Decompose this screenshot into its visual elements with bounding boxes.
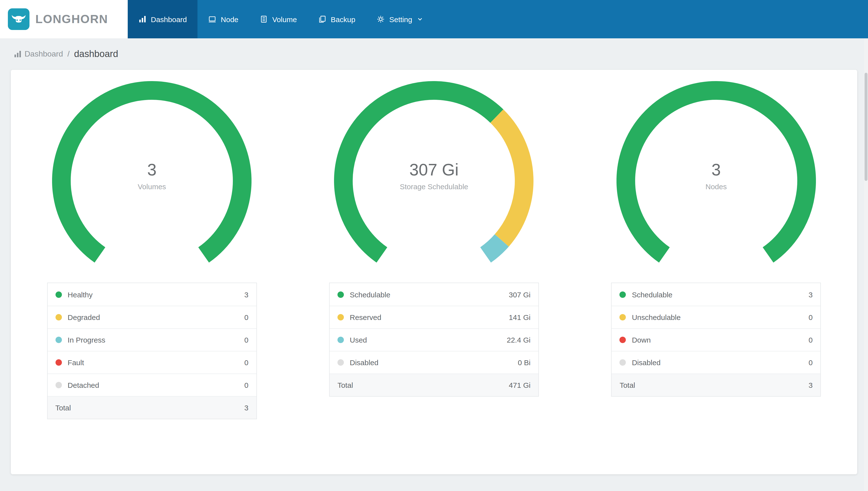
top-navbar: LONGHORN DashboardNodeVolumeBackupSettin…	[0, 0, 868, 38]
legend-value: 0	[809, 313, 813, 321]
node-icon	[209, 15, 216, 23]
backup-icon	[318, 15, 327, 23]
gauge-section: 3 Volumes Healthy 3 Degraded 0 In Progre…	[11, 81, 293, 474]
scrollbar-track	[864, 38, 868, 491]
gauge-arc	[52, 81, 251, 281]
legend-row: Reserved 141 Gi	[330, 306, 538, 328]
legend-label: Healthy	[67, 290, 93, 298]
legend-color-dot	[55, 291, 62, 297]
legend-table: Healthy 3 Degraded 0 In Progress 0 Fault…	[47, 283, 257, 419]
legend-rows: Healthy 3 Degraded 0 In Progress 0 Fault…	[48, 283, 256, 396]
legend-color-dot	[620, 314, 626, 320]
legend-label: In Progress	[67, 336, 105, 344]
legend-label: Disabled	[632, 358, 661, 367]
legend-label: Reserved	[350, 313, 381, 321]
breadcrumb: Dashboard / dashboard	[0, 38, 868, 70]
legend-label: Degraded	[67, 313, 100, 321]
legend-value: 0	[244, 381, 249, 389]
tab-volume[interactable]: Volume	[249, 0, 308, 38]
legend-label: Fault	[67, 358, 84, 367]
tab-label: Setting	[389, 15, 412, 23]
dashboard-card: 3 Volumes Healthy 3 Degraded 0 In Progre…	[11, 70, 857, 474]
main-nav: DashboardNodeVolumeBackupSetting	[128, 0, 434, 38]
tab-label: Node	[221, 15, 239, 23]
tab-label: Volume	[272, 15, 297, 23]
gauge-section: 3 Nodes Schedulable 3 Unschedulable 0 Do…	[575, 81, 857, 474]
tab-setting[interactable]: Setting	[366, 0, 434, 38]
gear-icon	[377, 15, 385, 23]
legend-row: In Progress 0	[48, 328, 256, 351]
donut-gauge: 3 Volumes	[52, 81, 251, 281]
legend-color-dot	[620, 359, 626, 366]
bar-chart-icon	[14, 50, 22, 58]
legend-value: 141 Gi	[509, 313, 530, 321]
legend-row: Healthy 3	[48, 283, 256, 306]
legend-table: Schedulable 307 Gi Reserved 141 Gi Used …	[329, 283, 539, 397]
legend-total-value: 471 Gi	[509, 381, 530, 389]
longhorn-app: LONGHORN DashboardNodeVolumeBackupSettin…	[0, 0, 868, 491]
tab-node[interactable]: Node	[198, 0, 249, 38]
chevron-down-icon	[417, 16, 423, 22]
page-title: dashboard	[74, 49, 118, 59]
legend-color-dot	[55, 337, 62, 343]
tab-dashboard[interactable]: Dashboard	[128, 0, 198, 38]
legend-value: 0	[809, 358, 813, 367]
legend-rows: Schedulable 307 Gi Reserved 141 Gi Used …	[330, 283, 538, 374]
volume-icon	[260, 15, 268, 23]
legend-total-label: Total	[55, 404, 71, 412]
legend-value: 0	[244, 358, 249, 367]
legend-total-label: Total	[620, 381, 635, 389]
gauge-arc	[617, 81, 816, 281]
gauge-arc	[334, 81, 534, 281]
legend-label: Schedulable	[350, 290, 390, 298]
legend-row: Disabled 0 Bi	[330, 351, 538, 374]
brand-name: LONGHORN	[35, 12, 108, 26]
donut-gauge: 3 Nodes	[617, 81, 816, 281]
legend-total-row: Total 471 Gi	[330, 374, 538, 396]
legend-row: Degraded 0	[48, 306, 256, 328]
legend-value: 3	[809, 290, 813, 298]
legend-table: Schedulable 3 Unschedulable 0 Down 0 Dis…	[611, 283, 821, 397]
legend-color-dot	[620, 337, 626, 343]
legend-label: Detached	[67, 381, 99, 389]
legend-row: Schedulable 307 Gi	[330, 283, 538, 306]
legend-label: Schedulable	[632, 290, 673, 298]
legend-color-dot	[338, 314, 344, 320]
scrollbar-thumb[interactable]	[865, 73, 868, 181]
breadcrumb-section[interactable]: Dashboard	[25, 50, 63, 58]
tab-backup[interactable]: Backup	[308, 0, 366, 38]
legend-row: Used 22.4 Gi	[330, 328, 538, 351]
legend-value: 3	[244, 290, 249, 298]
legend-row: Detached 0	[48, 374, 256, 396]
longhorn-bull-icon	[8, 8, 29, 30]
legend-row: Disabled 0	[612, 351, 820, 374]
legend-total-row: Total 3	[48, 396, 256, 419]
legend-color-dot	[338, 291, 344, 297]
legend-color-dot	[55, 314, 62, 320]
legend-total-row: Total 3	[612, 374, 820, 396]
legend-value: 307 Gi	[509, 290, 530, 298]
legend-row: Down 0	[612, 328, 820, 351]
legend-label: Unschedulable	[632, 313, 681, 321]
legend-value: 0	[809, 336, 813, 344]
legend-value: 22.4 Gi	[507, 336, 530, 344]
tab-label: Backup	[331, 15, 355, 23]
legend-total-value: 3	[244, 404, 249, 412]
legend-total-value: 3	[809, 381, 813, 389]
legend-row: Fault 0	[48, 351, 256, 374]
legend-color-dot	[55, 359, 62, 366]
legend-rows: Schedulable 3 Unschedulable 0 Down 0 Dis…	[612, 283, 820, 374]
legend-label: Disabled	[350, 358, 378, 367]
legend-total-label: Total	[338, 381, 353, 389]
legend-color-dot	[620, 291, 626, 297]
donut-gauge: 307 Gi Storage Schedulable	[334, 81, 534, 281]
legend-value: 0 Bi	[518, 358, 530, 367]
legend-value: 0	[244, 336, 249, 344]
legend-color-dot	[338, 337, 344, 343]
tab-label: Dashboard	[151, 15, 187, 23]
legend-color-dot	[55, 382, 62, 388]
gauge-section: 307 Gi Storage Schedulable Schedulable 3…	[293, 81, 575, 474]
bar-chart-icon	[138, 15, 146, 23]
logo[interactable]: LONGHORN	[0, 0, 128, 38]
legend-row: Unschedulable 0	[612, 306, 820, 328]
